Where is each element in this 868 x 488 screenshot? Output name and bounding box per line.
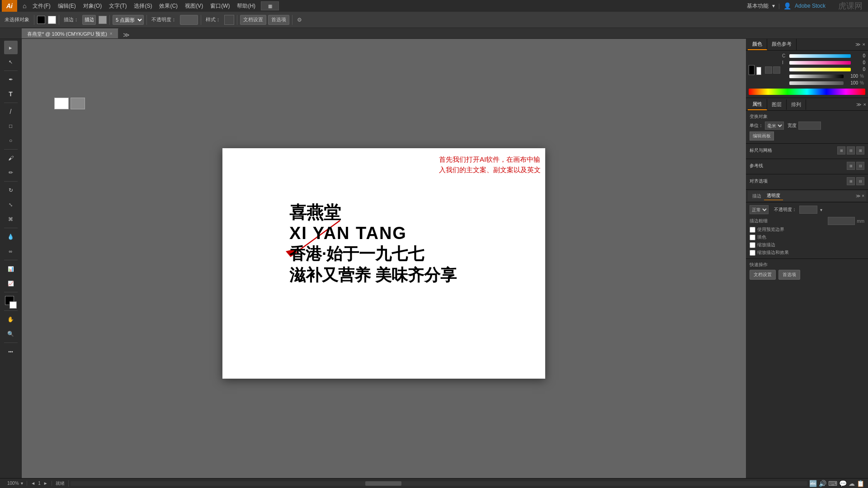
edit-artboard-btn[interactable]: 编辑画板 (750, 131, 774, 141)
tool-line[interactable]: / (4, 105, 18, 118)
tool-more[interactable]: ••• (4, 345, 18, 358)
preview-checkbox[interactable] (750, 227, 755, 233)
home-icon[interactable]: ⌂ (20, 2, 29, 9)
fill-swatch[interactable] (37, 16, 45, 24)
page-next-btn[interactable]: ► (43, 481, 48, 486)
menu-help[interactable]: 帮助(H) (233, 0, 259, 12)
brush-select[interactable]: 5 点圆形 (113, 15, 144, 25)
menu-select[interactable]: 选择(S) (130, 0, 156, 12)
props-tab-arrange[interactable]: 排列 (787, 99, 806, 110)
slider-c[interactable] (789, 54, 851, 58)
text-block[interactable]: 喜燕堂 XI YAN TANG 香港·始于一九七七 滋补又营养 美味齐分享 (289, 202, 457, 286)
tool-direct-select[interactable]: ↖ (4, 55, 18, 69)
menu-file[interactable]: 文件(F) (29, 0, 54, 12)
color-spectrum-btn[interactable] (765, 66, 772, 74)
zoom-control[interactable]: 100% ▾ (4, 481, 27, 486)
style-swatch[interactable] (224, 15, 234, 25)
tab-close-btn[interactable]: × (110, 29, 113, 39)
tool-type[interactable]: T (4, 87, 18, 101)
slider-m[interactable] (789, 61, 851, 65)
tool-hand[interactable]: ✋ (4, 313, 18, 326)
menu-text[interactable]: 文字(T) (105, 0, 130, 12)
slider-k[interactable] (789, 75, 844, 78)
mode-chevron[interactable]: ▾ (772, 3, 775, 9)
snap-icon1[interactable]: ⊞ (847, 177, 855, 185)
tool-eyedropper[interactable]: 💧 (4, 230, 18, 244)
status-icon-1[interactable]: 🔤 (809, 480, 817, 487)
adobe-stock-link[interactable]: Adobe Stock (795, 3, 826, 9)
tool-warp[interactable]: ⌘ (4, 212, 18, 226)
document-tab[interactable]: 喜燕堂* @ 100% (CMYK/GPU 预览) × (22, 28, 118, 38)
guide-icon1[interactable]: ⊞ (847, 162, 855, 170)
tool-ellipse[interactable]: ○ (4, 134, 18, 147)
guide-icon2[interactable]: ⊟ (856, 162, 864, 170)
ruler-icon1[interactable]: ⊞ (837, 146, 845, 155)
status-icon-6[interactable]: 📋 (857, 480, 864, 487)
ruler-icon3[interactable]: ⊠ (856, 146, 864, 155)
menu-edit[interactable]: 编辑(E) (54, 0, 80, 12)
tool-scale[interactable]: ⤡ (4, 198, 18, 211)
status-icon-5[interactable]: ☁ (849, 480, 855, 487)
status-icon-4[interactable]: 💬 (839, 480, 847, 487)
trans-close[interactable]: × (862, 193, 864, 198)
stroke-input[interactable] (82, 15, 96, 25)
unit-select[interactable]: 毫米 (765, 122, 784, 130)
quick-pref-btn[interactable]: 首选项 (778, 270, 800, 280)
h-scrollbar[interactable] (71, 481, 807, 486)
color-swatches-btn[interactable] (773, 66, 780, 74)
slider-s[interactable] (789, 81, 844, 85)
mode-selector[interactable]: ▦ (261, 1, 279, 10)
panel-tab-ref[interactable]: 颜色参考 (767, 39, 797, 50)
scale-stroke-checkbox[interactable] (750, 242, 755, 248)
tool-brush[interactable]: 🖌 (4, 151, 18, 165)
width-input[interactable]: 1 (798, 122, 821, 130)
tool-graph[interactable]: 📊 (4, 262, 18, 276)
stroke-color[interactable] (99, 16, 107, 24)
stroke-weight-input[interactable]: 0.3528 (828, 217, 855, 225)
preferences-btn[interactable]: 首选项 (268, 15, 289, 25)
page-prev-btn[interactable]: ◄ (31, 481, 35, 486)
panel-tab-color[interactable]: 颜色 (748, 39, 767, 50)
panel-toggle-btn[interactable]: ≫ (120, 31, 132, 38)
tool-pen[interactable]: ✒ (4, 73, 18, 86)
quick-doc-settings-btn[interactable]: 文档设置 (750, 270, 776, 280)
stroke-swatch[interactable] (48, 16, 56, 24)
background-color[interactable] (9, 301, 17, 309)
status-icon-2[interactable]: 🔊 (819, 480, 826, 487)
swatch-white[interactable] (54, 98, 69, 109)
fill-checkbox[interactable] (750, 235, 755, 240)
toolbar-extra-icon[interactable]: ⚙ (295, 17, 304, 23)
props-close-icon[interactable]: × (863, 102, 866, 108)
scale-effect-checkbox[interactable] (750, 250, 755, 256)
doc-settings-btn[interactable]: 文档设置 (240, 15, 266, 25)
opacity-input-trans[interactable]: 100% (799, 206, 817, 214)
panel-tab-trans[interactable]: 透明度 (764, 192, 783, 200)
props-tab-layers[interactable]: 图层 (767, 99, 787, 110)
color-spectrum-bar[interactable] (749, 89, 865, 95)
tool-graph2[interactable]: 📈 (4, 277, 18, 290)
tool-zoom[interactable]: 🔍 (4, 327, 18, 341)
menu-view[interactable]: 视图(V) (181, 0, 207, 12)
menu-object[interactable]: 对象(O) (80, 0, 105, 12)
color-preview-fg[interactable] (749, 65, 755, 75)
tool-pencil[interactable]: ✏ (4, 166, 18, 179)
tool-rotate[interactable]: ↻ (4, 183, 18, 197)
tool-select[interactable]: ▸ (4, 41, 18, 54)
zoom-chevron[interactable]: ▾ (21, 481, 23, 486)
props-expand-icon[interactable]: ≫ (856, 102, 862, 108)
status-icon-3[interactable]: ⌨ (828, 480, 837, 487)
panel-close-icon[interactable]: × (863, 42, 865, 47)
opacity-input[interactable]: 100% (180, 15, 198, 25)
ruler-icon2[interactable]: ⊟ (847, 146, 855, 155)
swatch-gray[interactable] (71, 98, 85, 109)
slider-y[interactable] (789, 68, 851, 71)
snap-icon2[interactable]: ⊟ (856, 177, 864, 185)
tool-blend[interactable]: ∞ (4, 244, 18, 258)
panel-expand-icon[interactable]: ≫ (855, 42, 861, 47)
h-scrollbar-thumb[interactable] (365, 481, 401, 486)
trans-arrow[interactable]: ▾ (820, 207, 822, 212)
props-tab-props[interactable]: 属性 (748, 99, 767, 110)
trans-expand[interactable]: ≫ (856, 193, 860, 198)
tool-rect[interactable]: □ (4, 119, 18, 133)
menu-effect[interactable]: 效果(C) (156, 0, 181, 12)
